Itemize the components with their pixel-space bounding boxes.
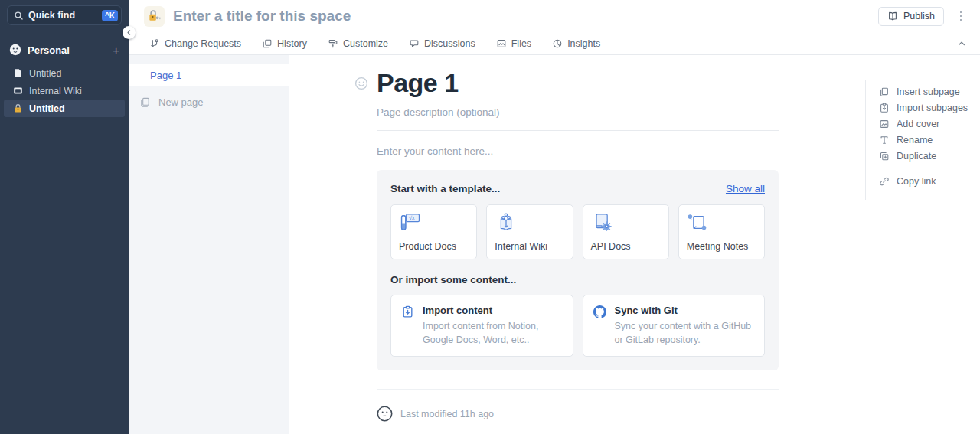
link-icon (879, 176, 890, 187)
sync-with-git-title: Sync with Git (615, 305, 755, 316)
sync-with-git-card[interactable]: Sync with Git Sync your content with a G… (583, 295, 766, 357)
insert-subpage-button[interactable]: Insert subpage (879, 83, 980, 100)
space-section-header[interactable]: Personal + (0, 41, 129, 58)
product-docs-icon: √x (399, 212, 422, 233)
app-window: Quick find ^K Personal + Untitled Intern… (0, 0, 980, 434)
title-divider (377, 130, 779, 131)
quick-find-placeholder: Quick find (28, 10, 97, 21)
last-modified-text: Last modified 11h ago (400, 409, 494, 419)
tab-history[interactable]: History (262, 38, 307, 49)
more-options-icon[interactable] (952, 8, 969, 24)
tab-change-requests[interactable]: Change Requests (149, 38, 241, 49)
template-card-label: Meeting Notes (687, 241, 756, 252)
publish-button[interactable]: Publish (878, 7, 944, 26)
import-content-card[interactable]: Import content Import content from Notio… (390, 295, 573, 357)
action-label: Rename (897, 135, 933, 145)
text-icon (879, 135, 890, 145)
template-card-meeting-notes[interactable]: Meeting Notes (678, 204, 765, 259)
page-editor: Page 1 Page description (optional) Enter… (289, 55, 865, 434)
import-heading: Or import some content... (390, 274, 765, 286)
pages-sidebar: Page 1 New page (129, 55, 289, 434)
clipboard-import-icon (879, 103, 890, 113)
space-item-untitled-1[interactable]: Untitled (4, 64, 125, 82)
page-description-input[interactable]: Page description (optional) (377, 106, 779, 118)
space-item-label: Internal Wiki (29, 86, 82, 96)
tab-label: Files (511, 38, 531, 49)
template-card-api-docs[interactable]: API Docs (583, 204, 669, 259)
space-list: Untitled Internal Wiki Untitled (0, 64, 129, 117)
template-card-internal-wiki[interactable]: Internal Wiki (486, 204, 573, 259)
duplicate-button[interactable]: Duplicate (879, 148, 980, 164)
pages-stack-icon (139, 96, 151, 108)
customize-icon (328, 38, 338, 49)
workspace-pane: Enter a title for this space Publish Cha… (129, 0, 980, 434)
duplicate-icon (879, 151, 890, 162)
template-card-label: Internal Wiki (495, 241, 564, 252)
template-card-product-docs[interactable]: √x Product Docs (390, 204, 477, 259)
pages-stack-icon (879, 86, 890, 97)
tab-label: Change Requests (165, 38, 241, 49)
tab-discussions[interactable]: Discussions (409, 38, 475, 49)
left-sidebar: Quick find ^K Personal + Untitled Intern… (0, 0, 129, 434)
tab-label: Insights (567, 38, 600, 49)
space-emoji-button[interactable] (144, 6, 165, 27)
internal-wiki-icon (495, 212, 518, 233)
tab-insights[interactable]: Insights (552, 38, 600, 49)
page-footer: Last modified 11h ago (377, 406, 779, 422)
new-page-button[interactable]: New page (129, 96, 289, 108)
tab-files[interactable]: Files (496, 38, 531, 49)
publish-book-icon (887, 11, 898, 21)
discussions-icon (409, 38, 420, 49)
insights-icon (552, 38, 563, 49)
space-tabs: Change Requests History Customize Discus… (129, 32, 980, 55)
templates-heading: Start with a template... (390, 183, 726, 194)
space-title-input[interactable]: Enter a title for this space (173, 8, 870, 24)
space-item-untitled-selected[interactable]: Untitled (4, 100, 125, 117)
collapse-header-icon[interactable] (957, 39, 966, 48)
image-icon (879, 119, 890, 129)
space-item-label: Untitled (29, 68, 61, 79)
action-label: Add cover (897, 119, 939, 129)
tab-label: Customize (343, 38, 388, 49)
page-list-item-selected[interactable]: Page 1 (129, 64, 289, 86)
content-row: Page 1 New page Page 1 (129, 55, 980, 434)
collapse-sidebar-button[interactable] (122, 26, 136, 39)
chevron-left-icon (126, 29, 132, 36)
api-docs-icon (591, 212, 614, 233)
add-cover-button[interactable]: Add cover (879, 116, 980, 132)
section-label: Personal (28, 44, 106, 56)
modified-by-avatar[interactable] (377, 406, 393, 422)
action-label: Insert subpage (897, 86, 960, 97)
page-actions-sidebar: Insert subpage Import subpages Add cover… (865, 55, 980, 434)
space-item-internal-wiki[interactable]: Internal Wiki (4, 82, 125, 100)
action-label: Copy link (897, 176, 936, 187)
add-space-icon[interactable]: + (113, 44, 119, 56)
tab-label: Discussions (424, 38, 475, 49)
new-page-label: New page (158, 96, 204, 108)
history-icon (262, 38, 273, 49)
quick-find-search[interactable]: Quick find ^K (7, 5, 122, 25)
copy-link-button[interactable]: Copy link (879, 173, 980, 189)
footer-divider (377, 389, 779, 390)
meeting-notes-icon (687, 212, 710, 233)
personal-avatar-icon (9, 44, 21, 56)
sync-with-git-description: Sync your content with a GitHub or GitLa… (615, 319, 755, 347)
wiki-icon (13, 86, 23, 96)
page-item-label: Page 1 (150, 70, 181, 81)
import-subpages-button[interactable]: Import subpages (879, 100, 980, 116)
page-title[interactable]: Page 1 (377, 68, 459, 98)
chevron-up-icon (957, 39, 966, 48)
space-item-label: Untitled (29, 103, 65, 114)
publish-label: Publish (903, 11, 935, 21)
tab-customize[interactable]: Customize (328, 38, 388, 49)
space-header: Enter a title for this space Publish (129, 0, 980, 32)
show-all-link[interactable]: Show all (726, 183, 765, 194)
page-emoji-button[interactable] (354, 77, 368, 90)
template-card-label: Product Docs (399, 241, 469, 252)
getting-started-panel: Start with a template... Show all √x Pro… (377, 170, 779, 370)
action-label: Import subpages (897, 103, 968, 113)
content-input[interactable]: Enter your content here... (377, 145, 779, 157)
rename-button[interactable]: Rename (879, 132, 980, 148)
lock-icon (13, 103, 23, 113)
svg-text:√x: √x (409, 215, 415, 220)
